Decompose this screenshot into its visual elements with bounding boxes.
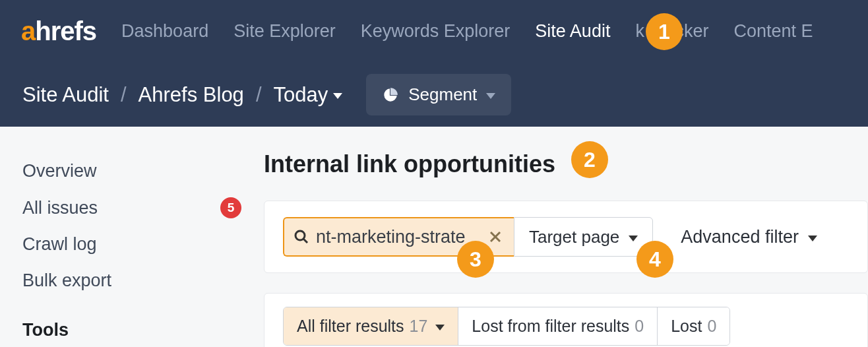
nav-keywords-explorer[interactable]: Keywords Explorer [361,21,511,42]
tab-lost-from-filter[interactable]: Lost from filter results 0 [458,307,658,345]
annotation-1: 1 [646,13,683,50]
svg-point-0 [295,231,305,240]
chevron-down-icon [808,236,817,241]
breadcrumb-project[interactable]: Ahrefs Blog [139,83,244,107]
page-title: Internal link opportunities [264,150,868,178]
breadcrumb-sep-1: / [121,83,127,107]
sidebar-item-label: All issues [22,198,98,218]
sidebar-item-label: Crawl log [22,234,97,255]
sidebar-item-overview[interactable]: Overview [22,153,241,189]
annotation-4: 4 [636,241,673,278]
advanced-filter-label: Advanced filter [681,227,799,247]
nav-dashboard[interactable]: Dashboard [121,21,208,42]
chevron-down-icon [486,93,495,99]
chevron-down-icon [333,93,342,99]
target-page-dropdown[interactable]: Target page [514,217,653,257]
filter-panel: nt-marketing-strate Target page Advanced… [264,201,868,273]
search-input-value: nt-marketing-strate [316,227,486,247]
sidebar-item-bulk-export[interactable]: Bulk export [22,263,241,299]
tab-label: Lost [671,317,702,336]
sidebar-item-all-issues[interactable]: All issues 5 [22,189,241,226]
sidebar-heading-tools: Tools [22,299,241,340]
logo[interactable]: ahrefs [21,16,96,46]
sidebar-item-label: Bulk export [22,270,111,291]
segment-button[interactable]: Segment [366,74,511,115]
tab-count: 0 [635,317,644,336]
tab-count: 0 [707,317,716,336]
sidebar-item-crawl-log[interactable]: Crawl log [22,226,241,263]
breadcrumb-date-dropdown[interactable]: Today [274,83,343,107]
chevron-down-icon [629,236,638,241]
results-tabs-panel: All filter results 17 Lost from filter r… [264,293,868,347]
nav-content[interactable]: Content E [733,21,813,42]
breadcrumb-date-label: Today [274,83,328,107]
page-title-text: Internal link opportunities [264,150,555,178]
nav-site-audit-label: Site Audit [535,21,610,41]
sidebar-item-label: Overview [22,161,97,181]
tab-label: All filter results [297,317,404,336]
logo-a: a [21,16,35,46]
tab-lost[interactable]: Lost 0 [658,307,729,345]
advanced-filter-dropdown[interactable]: Advanced filter [681,227,817,247]
search-icon [294,229,309,245]
breadcrumb-sep-2: / [256,83,262,107]
segment-label: Segment [408,84,477,105]
tab-count: 17 [410,317,428,336]
logo-rest: hrefs [35,16,96,46]
issues-count-badge: 5 [220,197,241,218]
svg-line-1 [303,239,307,243]
chevron-down-icon [435,325,445,331]
tab-label: Lost from filter results [472,317,629,336]
annotation-2: 2 [571,141,608,178]
annotation-3: 3 [457,241,494,278]
tab-all-filter-results[interactable]: All filter results 17 [284,307,458,345]
pie-chart-icon [382,86,399,104]
clear-search-button[interactable] [486,230,505,243]
target-page-label: Target page [529,227,619,247]
nav-site-explorer[interactable]: Site Explorer [233,21,336,42]
breadcrumb-site-audit[interactable]: Site Audit [22,83,109,107]
close-icon [489,230,502,243]
filter-tabs: All filter results 17 Lost from filter r… [283,307,730,346]
sidebar: Overview All issues 5 Crawl log Bulk exp… [0,127,264,347]
nav-site-audit[interactable]: Site Audit [535,21,610,42]
